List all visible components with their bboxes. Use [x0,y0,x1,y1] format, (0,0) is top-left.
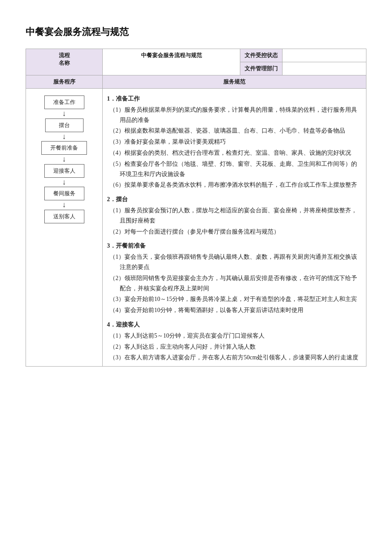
label-flow-name: 流程 名称 [26,49,103,75]
flowchart-cell: 准备工作 ↓ 摆台 ↓ 开餐前准备 ↓ 迎接客人 ↓ 餐间服务 ↓ 送别客人 [26,89,103,367]
main-table: 流程 名称 中餐宴会服务流程与规范 文件受控状态 文件管理部门 服务程序 服务规… [26,49,366,367]
section-3-item-2: （2）领班陪同销售专员迎接宴会主办方，与其确认最后安排是否有修改，在许可的情况下… [107,273,362,294]
section-1-item-5-cont: 环境卫生和厅内设施设备 [110,169,362,179]
section-1-item-6: （6）按菜单要求备足各类酒水饮料，用布擦净酒水饮料的瓶子，在工作台或工作车上摆放… [107,180,362,190]
section-1-item-1-cont: 用品的准备 [110,115,362,125]
section-1-item-5: （5）检查宴会厅各个部位（地毯、墙壁、灯饰、窗帘、天花板、走廊、卫生间和工作间等… [107,159,362,179]
arrow-1: ↓ [62,109,66,119]
doc-name-cell: 中餐宴会服务流程与规范 [103,49,240,75]
section-1-item-3: （3）准备好宴会菜单，菜单设计要美观精巧 [107,137,362,147]
section-1-title: 1．准备工作 [107,94,362,104]
flow-step-2: 摆台 [45,119,84,132]
section-4-item-2: （2）客人到达后，应主动向客人问好，并计算入场人数 [107,342,362,352]
flow-step-3: 开餐前准备 [41,141,87,155]
col-header-standard: 服务规范 [103,75,366,89]
flow-step-1: 准备工作 [44,95,84,109]
label-control-status: 文件受控状态 [240,49,282,62]
management-dept-value [282,62,366,75]
section-1-item-4: （4）根据宴会的类别、档次进行合理布置，检查灯光、室温、音响、家具、设施的完好状… [107,148,362,158]
flowchart: 准备工作 ↓ 摆台 ↓ 开餐前准备 ↓ 迎接客人 ↓ 餐间服务 ↓ 送别客人 [30,91,98,223]
label-management-dept: 文件管理部门 [240,62,282,75]
section-1-item-2: （2）根据桌数和菜单选配银器、瓷器、玻璃器皿、台布、口布、小毛巾、转盘等必备物品 [107,126,362,136]
page-title: 中餐宴会服务流程与规范 [26,26,366,38]
section-3-item-4: （4）宴会开始前10分钟，将葡萄酒斟好，以备客人开宴后讲话结束时使用 [107,305,362,315]
section-2-item-1: （1）服务员按宴会预订的人数，摆放与之相适应的宴会台面、宴会座椅，并将座椅摆放整… [107,205,362,226]
section-4-title: 4．迎接客人 [107,320,362,330]
content-cell: 1．准备工作 （1）服务员根据菜单所列的菜式的服务要求，计算餐具的用量，特殊菜的… [103,89,366,367]
arrow-5: ↓ [62,200,66,210]
section-3-item-1-cont: 注意的要点 [110,262,362,272]
section-2-title: 2．摆台 [107,194,362,205]
flow-step-4: 迎接客人 [44,164,84,178]
arrow-4: ↓ [62,178,66,187]
arrow-2: ↓ [62,132,66,142]
section-1-item-1: （1）服务员根据菜单所列的菜式的服务要求，计算餐具的用量，特殊菜的佐料，进行服务… [107,105,362,125]
section-3-title: 3．开餐前准备 [107,241,362,251]
section-3-item-3: （3）宴会开始前10～15分钟，服务员将冷菜上桌，对于有造型的冷盘，将花型正对主… [107,294,362,304]
section-2-item-2: （2）对每一个台面进行摆台（参见中餐厅摆台服务流程与规范） [107,227,362,237]
section-4-item-1: （1）客人到达前5～10分钟，迎宾员在宴会厅门口迎候客人 [107,331,362,341]
flow-step-6: 送别客人 [44,210,84,223]
control-status-value [282,49,366,62]
section-3-item-2-cont: 配合，并核实宴会程序及上菜时间 [110,283,362,294]
flow-step-5: 餐间服务 [44,187,84,200]
section-4-item-3: （3）在客人前方请客人进宴会厅，并在客人右前方50cm处引领客人，步速要同客人的… [107,353,362,363]
col-header-procedure: 服务程序 [26,75,103,89]
section-2-item-1-cont: 且围好座椅套 [110,216,362,226]
section-3-item-1: （1）宴会当天，宴会领班再跟销售专员确认最终人数、桌数，再跟有关厨房沟通并互相交… [107,252,362,272]
arrow-3: ↓ [62,155,66,164]
